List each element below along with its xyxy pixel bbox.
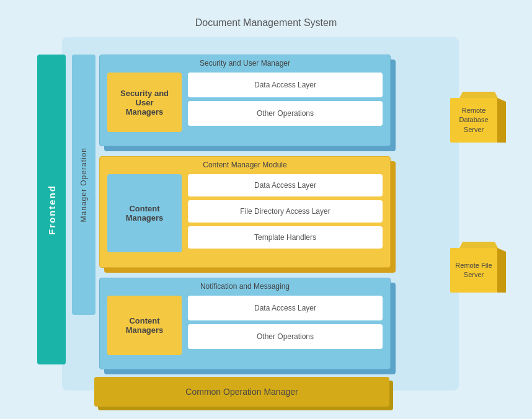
content-content: ContentManagers Data Access Layer File D… bbox=[100, 174, 390, 252]
frontend-label: Frontend bbox=[47, 185, 57, 235]
notification-op-2: Other Operations bbox=[188, 324, 383, 349]
content-main: Content Manager Module ContentManagers D… bbox=[99, 156, 391, 268]
security-yellow-box: Security and UserManagers bbox=[107, 73, 182, 132]
notification-op-1: Data Access Layer bbox=[188, 296, 383, 320]
security-title: Security and User Manager bbox=[100, 55, 390, 70]
manager-operation-label: Manager Operation bbox=[79, 148, 88, 222]
content-white-boxes: Data Access Layer File Directory Access … bbox=[188, 174, 383, 252]
notification-main: Notification and Messaging ContentManage… bbox=[99, 278, 391, 369]
notification-yellow-box: ContentManagers bbox=[107, 296, 182, 355]
frontend-bar: Frontend bbox=[37, 55, 66, 364]
security-op-1: Data Access Layer bbox=[188, 73, 383, 97]
diagram-title: Document Management System bbox=[195, 17, 337, 29]
notification-title: Notification and Messaging bbox=[100, 278, 390, 293]
security-content: Security and UserManagers Data Access La… bbox=[100, 73, 390, 132]
content-op-3: Template Handlers bbox=[188, 226, 383, 249]
security-op-2: Other Operations bbox=[188, 101, 383, 126]
db-cube-front: Remote Database Server bbox=[450, 98, 497, 143]
content-blue-box: ContentManagers bbox=[107, 174, 182, 252]
notification-content: ContentManagers Data Access Layer Other … bbox=[100, 296, 390, 355]
file-cube-front: Remote File Server bbox=[450, 248, 497, 293]
common-label: Common Operation Manager bbox=[185, 387, 298, 397]
security-white-boxes: Data Access Layer Other Operations bbox=[188, 73, 383, 132]
file-cube-right bbox=[497, 248, 506, 293]
content-title: Content Manager Module bbox=[100, 157, 390, 172]
main-container: Document Management System Frontend Mana… bbox=[0, 0, 532, 419]
remote-db-wrapper: Remote Database Server bbox=[450, 92, 506, 151]
db-cube-right bbox=[497, 98, 506, 143]
notification-white-boxes: Data Access Layer Other Operations bbox=[188, 296, 383, 355]
remote-file-wrapper: Remote File Server bbox=[450, 242, 506, 301]
security-main: Security and User Manager Security and U… bbox=[99, 55, 391, 146]
content-op-1: Data Access Layer bbox=[188, 174, 383, 196]
common-main: Common Operation Manager bbox=[94, 377, 389, 407]
content-op-2: File Directory Access Layer bbox=[188, 200, 383, 223]
manager-operation-bar: Manager Operation bbox=[72, 55, 95, 315]
